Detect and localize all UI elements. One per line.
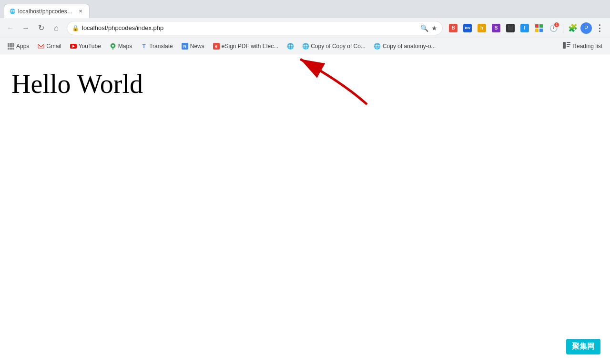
reload-icon: ↻ (38, 23, 44, 32)
svg-rect-1 (539, 24, 543, 28)
home-button[interactable]: ⌂ (50, 21, 63, 35)
profile-icon: P (584, 25, 588, 31)
bookmark-tab2[interactable]: 🌐 (283, 41, 297, 51)
toolbar-right-icons: B bw h S ⬛ f (447, 21, 606, 35)
bookmark-esign-label: eSign PDF with Elec... (222, 43, 278, 50)
news-icon: N (182, 43, 188, 50)
bookmark-translate-label: Translate (149, 43, 173, 50)
bitdefender-extension-icon[interactable]: B (447, 21, 460, 35)
svg-rect-3 (539, 29, 543, 32)
tab-favicon: 🌐 (9, 8, 16, 15)
bookmark-apps-label: Apps (16, 43, 29, 50)
toolbar: ← → ↻ ⌂ 🔒 🔍 ★ B bw (0, 18, 610, 38)
reading-list-button[interactable]: Reading list (559, 40, 606, 52)
bookmark-anatomy[interactable]: 🌐 Copy of anatomy-o... (370, 41, 439, 51)
anatomy-icon: 🌐 (374, 43, 381, 50)
svg-rect-7 (8, 45, 10, 47)
tab-bar: 🌐 localhost/phpcodes/index.php ✕ (0, 0, 610, 18)
timer-badge: 1 (554, 22, 559, 27)
esign-icon: e (213, 43, 220, 50)
toolbar-divider (563, 23, 563, 33)
extensions-colorful-icon[interactable] (532, 21, 546, 35)
bookmark-youtube-label: YouTube (79, 43, 101, 50)
tab2-icon: 🌐 (287, 43, 294, 50)
home-icon: ⌂ (54, 24, 59, 32)
puzzle-icon: 🧩 (568, 23, 578, 32)
bookmark-youtube[interactable]: YouTube (66, 41, 105, 51)
timer-icon[interactable]: 🕐 1 (547, 21, 560, 35)
bookmark-esign[interactable]: e eSign PDF with Elec... (209, 41, 282, 51)
maps-icon (110, 43, 116, 50)
profile-button[interactable]: P (580, 22, 592, 34)
back-button[interactable]: ← (4, 21, 17, 35)
tab-title: localhost/phpcodes/index.php (18, 8, 74, 15)
extensions-button[interactable]: 🧩 (566, 21, 580, 35)
stylus-extension-icon[interactable]: S (489, 21, 503, 35)
svg-rect-19 (567, 42, 570, 43)
more-icon: ⋮ (595, 23, 604, 33)
svg-rect-8 (10, 45, 12, 47)
browser-window: 🌐 localhost/phpcodes/index.php ✕ ← → ↻ ⌂… (0, 0, 610, 364)
svg-rect-5 (10, 43, 12, 45)
forward-button[interactable]: → (19, 21, 32, 35)
bookmark-gmail-label: Gmail (46, 43, 61, 50)
bookmark-news[interactable]: N News (178, 41, 208, 51)
bookmark-maps-label: Maps (118, 43, 132, 50)
svg-point-16 (112, 45, 114, 47)
watermark: 聚集网 (566, 339, 600, 354)
honey-extension-icon[interactable]: h (475, 21, 488, 35)
bookmark-maps[interactable]: Maps (106, 41, 136, 51)
bookmark-anatomy-label: Copy of anatomy-o... (383, 43, 436, 50)
youtube-icon (70, 43, 77, 50)
tab-close-button[interactable]: ✕ (77, 8, 84, 15)
gmail-icon (38, 43, 44, 50)
svg-rect-0 (535, 24, 539, 28)
svg-rect-10 (8, 48, 10, 50)
svg-rect-6 (12, 43, 14, 45)
svg-rect-18 (563, 42, 566, 49)
page-content: Hello World 聚集网 (0, 54, 610, 364)
svg-rect-21 (567, 46, 569, 47)
bookmark-copy-copy-label: Copy of Copy of Co... (311, 43, 366, 50)
tampermonkey-extension-icon[interactable]: ⬛ (504, 21, 517, 35)
bitwarden-extension-icon[interactable]: bw (461, 21, 474, 35)
more-options-button[interactable]: ⋮ (593, 21, 606, 35)
fira-extension-icon[interactable]: f (518, 21, 531, 35)
reading-list-icon (563, 42, 570, 50)
back-icon: ← (7, 24, 14, 32)
svg-rect-9 (12, 45, 14, 47)
reading-list-label: Reading list (572, 43, 602, 50)
svg-rect-11 (10, 48, 12, 50)
svg-rect-2 (535, 29, 539, 32)
secure-icon: 🔒 (72, 25, 79, 31)
address-bar[interactable]: 🔒 🔍 ★ (67, 21, 443, 35)
bookmark-copy-copy[interactable]: 🌐 Copy of Copy of Co... (298, 41, 369, 51)
reload-button[interactable]: ↻ (34, 21, 48, 35)
svg-rect-12 (12, 48, 14, 50)
svg-rect-20 (567, 44, 570, 45)
address-input[interactable] (82, 24, 417, 31)
forward-icon: → (22, 24, 30, 32)
search-icon: 🔍 (420, 24, 428, 32)
bookmark-translate[interactable]: T Translate (137, 41, 177, 51)
bookmark-apps[interactable]: Apps (4, 41, 33, 51)
svg-rect-4 (8, 43, 10, 45)
bookmarks-bar: Apps Gmail YouTube (0, 38, 610, 54)
apps-icon (8, 43, 14, 50)
translate-icon: T (141, 43, 147, 50)
page-heading: Hello World (11, 69, 599, 99)
active-tab[interactable]: 🌐 localhost/phpcodes/index.php ✕ (4, 4, 90, 18)
bookmark-news-label: News (190, 43, 204, 50)
bookmark-star-icon[interactable]: ★ (431, 24, 437, 32)
copy-copy-icon: 🌐 (302, 43, 309, 50)
bookmark-gmail[interactable]: Gmail (34, 41, 65, 51)
